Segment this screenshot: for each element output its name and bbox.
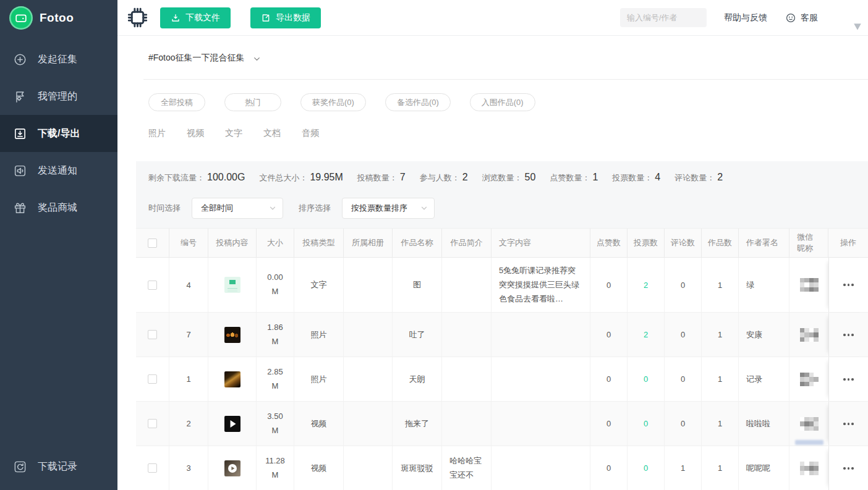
size-value: 0.00M: [267, 271, 283, 299]
row-checkbox[interactable]: [148, 374, 157, 384]
sidebar-item-奖品商城[interactable]: 奖品商城: [0, 189, 117, 226]
type-tab[interactable]: 文档: [263, 128, 281, 139]
censored-nickname-mosaic: [800, 462, 819, 476]
submissions-table: 编号投稿内容大小投稿类型所属相册作品名称作品简介文字内容点赞数投票数评论数作品数…: [136, 228, 868, 490]
column-header: 操作: [828, 229, 868, 257]
type-tab[interactable]: 文字: [225, 128, 242, 139]
cell-intro: [442, 357, 491, 401]
download-files-button[interactable]: 下载文件: [160, 7, 231, 28]
cell-votes[interactable]: 0: [628, 446, 665, 490]
table-header: 编号投稿内容大小投稿类型所属相册作品名称作品简介文字内容点赞数投票数评论数作品数…: [136, 228, 868, 258]
stat-label: 浏览数量：: [482, 172, 522, 184]
cell-nickname: [789, 446, 828, 490]
cell-size: 1.86M: [257, 313, 294, 357]
stat-value: 100.00G: [207, 172, 245, 183]
user-avatar[interactable]: [833, 6, 858, 30]
submission-thumbnail[interactable]: [224, 371, 240, 387]
row-actions-button[interactable]: [828, 446, 868, 490]
text-note-line: [228, 288, 237, 289]
filter-pill[interactable]: 备选作品(0): [385, 93, 451, 111]
sort-select[interactable]: 按投票数量排序: [342, 198, 435, 219]
sidebar-item-发起征集[interactable]: 发起征集: [0, 41, 117, 78]
row-actions-button[interactable]: [828, 258, 868, 312]
select-all-cell: [136, 229, 169, 257]
sidebar-item-label: 下载记录: [38, 460, 77, 473]
filter-pill[interactable]: 入围作品(0): [470, 93, 535, 111]
stat-label: 点赞数量：: [550, 172, 590, 184]
type-tab[interactable]: 照片: [148, 128, 166, 139]
sidebar-item-label: 我管理的: [38, 90, 77, 103]
sidebar-menu: 发起征集我管理的下载/导出发送通知奖品商城: [0, 41, 117, 226]
cell-size: 11.28M: [257, 446, 294, 490]
column-header: 作品简介: [442, 229, 491, 257]
cell-id: 4: [169, 258, 208, 312]
cell-votes[interactable]: 0: [628, 357, 665, 401]
cell-text-content: [491, 402, 590, 446]
sidebar-item-download-history[interactable]: 下载记录: [0, 448, 117, 485]
cell-thumbnail: [208, 357, 257, 401]
sidebar-item-下载/导出[interactable]: 下载/导出: [0, 115, 117, 152]
filter-pill[interactable]: 热门: [224, 93, 281, 111]
campaign-switcher[interactable]: #Fotoo征集一下混合征集: [148, 53, 261, 64]
ellipsis-icon: [843, 467, 854, 470]
play-icon: [230, 420, 236, 428]
cell-thumbnail: [208, 258, 257, 312]
sidebar-item-发送通知[interactable]: 发送通知: [0, 152, 117, 189]
submission-thumbnail[interactable]: [224, 416, 240, 432]
export-data-button[interactable]: 导出数据: [250, 7, 321, 28]
cell-intro: 哈哈哈宝宝还不: [442, 446, 491, 490]
cell-likes: 0: [590, 258, 628, 312]
cell-votes[interactable]: 2: [628, 258, 665, 312]
row-checkbox[interactable]: [148, 281, 157, 290]
sidebar-item-我管理的[interactable]: 我管理的: [0, 78, 117, 115]
sidebar-item-label: 发起征集: [38, 53, 77, 66]
row-checkbox-cell: [136, 402, 169, 446]
row-actions-button[interactable]: [828, 357, 868, 401]
stat-item: 参与人数：2: [420, 172, 468, 184]
cell-likes: 0: [590, 446, 628, 490]
row-checkbox[interactable]: [148, 419, 157, 428]
type-tab[interactable]: 音频: [302, 128, 319, 139]
submission-thumbnail[interactable]: [224, 277, 240, 293]
column-header: 投稿内容: [208, 229, 257, 257]
cell-nickname: [789, 357, 828, 401]
stat-label: 投稿数量：: [357, 172, 398, 184]
cell-intro: [442, 258, 491, 312]
search-input[interactable]: [620, 8, 707, 27]
row-actions-button[interactable]: [828, 313, 868, 357]
download-box-icon: [13, 127, 27, 141]
cell-votes[interactable]: 0: [628, 402, 665, 446]
cell-author: 啦啦啦: [739, 402, 789, 446]
stat-value: 4: [655, 172, 660, 183]
smiley-icon: [785, 12, 796, 23]
customer-support-link[interactable]: 客服: [785, 12, 818, 23]
censored-sub-blur: [795, 440, 823, 445]
filter-pill[interactable]: 全部投稿: [148, 93, 205, 111]
cell-name: 天朗: [393, 357, 442, 401]
column-header: 作品数: [702, 229, 739, 257]
cell-votes[interactable]: 2: [628, 313, 665, 357]
type-tab[interactable]: 视频: [187, 128, 204, 139]
cell-comments: 1: [665, 446, 702, 490]
select-all-checkbox[interactable]: [148, 239, 157, 248]
manage-flag-icon: [13, 90, 27, 104]
row-checkbox[interactable]: [148, 330, 157, 339]
ellipsis-icon: [843, 334, 854, 336]
brand-logo[interactable]: Fotoo: [0, 0, 117, 36]
sidebar-item-label: 下载/导出: [38, 127, 80, 140]
cell-intro: [442, 313, 491, 357]
submission-thumbnail[interactable]: [224, 460, 240, 476]
stat-item: 投票数量：4: [612, 172, 660, 184]
cell-author: 记录: [739, 357, 789, 401]
chip-icon: [126, 6, 149, 29]
help-feedback-link[interactable]: 帮助与反馈: [724, 12, 767, 23]
submission-thumbnail[interactable]: [224, 327, 240, 343]
filter-pill[interactable]: 获奖作品(0): [300, 93, 366, 111]
row-checkbox[interactable]: [148, 463, 157, 473]
row-actions-button[interactable]: [828, 402, 868, 446]
table-row: 40.00M文字图5兔兔听课记录推荐突突突摸摸提供三巨头绿色食品去看看啦…020…: [136, 258, 868, 313]
cell-works: 1: [702, 402, 739, 446]
cell-comments: 0: [665, 313, 702, 357]
time-select[interactable]: 全部时间: [192, 198, 283, 219]
cell-album: [344, 357, 393, 401]
